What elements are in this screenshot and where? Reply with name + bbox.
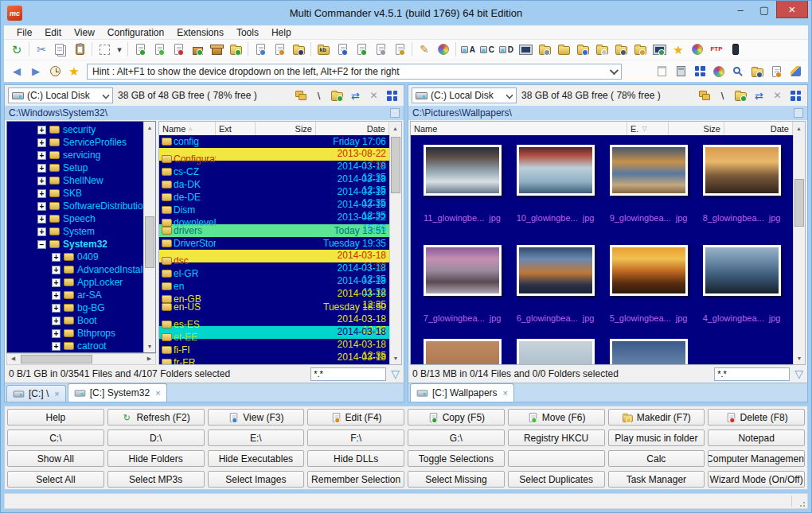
parent-folder-icon[interactable] <box>329 87 345 103</box>
left-filter-input[interactable] <box>310 367 386 381</box>
menu-view[interactable]: View <box>68 25 101 39</box>
column-size[interactable]: Size <box>669 122 724 135</box>
thumbnail-image[interactable] <box>424 145 502 196</box>
tree-expander-icon[interactable]: + <box>37 138 46 147</box>
folder-tree-icon[interactable] <box>696 87 712 103</box>
filter-funnel-icon[interactable]: ▽ <box>794 368 803 379</box>
copy-icon[interactable] <box>51 41 70 58</box>
grid-button-c[interactable]: C:\ <box>7 429 104 446</box>
tree-expander-icon[interactable]: + <box>37 164 46 173</box>
thumbnail-image[interactable] <box>610 145 688 196</box>
pack-icon[interactable] <box>188 41 207 58</box>
tree-expander-icon[interactable]: + <box>37 126 46 134</box>
grid-button-show-all[interactable]: Show All <box>7 450 104 467</box>
tree-expander-icon[interactable]: + <box>52 253 61 262</box>
thumbnail-image[interactable] <box>517 245 595 296</box>
grid-button-calc[interactable]: Calc <box>608 450 705 467</box>
file-row-en-us[interactable]: en-USTuesday 18:50 <box>159 301 389 313</box>
thumbnail-image[interactable] <box>703 245 781 296</box>
selection-rect-icon[interactable] <box>95 41 114 58</box>
file-row-config[interactable]: configFriday 17:06 <box>159 135 389 148</box>
scroll-down-icon[interactable]: ▼ <box>144 340 155 352</box>
thumbnail-image[interactable] <box>424 245 502 296</box>
menu-configuration[interactable]: Configuration <box>101 25 170 39</box>
tab-c[interactable]: [C:] \× <box>6 385 66 402</box>
grid-button-help[interactable]: Help <box>7 409 104 426</box>
scroll-right-icon[interactable]: ▶ <box>143 354 155 365</box>
grid-button-computer-management[interactable]: Computer Management <box>708 450 805 467</box>
scroll-down-icon[interactable]: ▼ <box>794 352 805 364</box>
games-icon[interactable] <box>688 41 707 58</box>
scroll-down-icon[interactable]: ▼ <box>390 352 401 364</box>
thumbnail-image-partial[interactable] <box>424 339 502 364</box>
right-path-bar[interactable]: C:\Pictures\Wallpapers\ <box>408 106 807 120</box>
find-folder-icon[interactable] <box>289 41 308 58</box>
folder-up-icon[interactable] <box>630 41 650 58</box>
search-windows-icon[interactable] <box>728 63 748 80</box>
tree-item-boot[interactable]: +Boot <box>7 314 143 327</box>
grid-button-hide-dlls[interactable]: Hide DLLs <box>307 450 404 467</box>
disconnect-icon[interactable]: ✕ <box>365 87 382 103</box>
grid-button-hide-folders[interactable]: Hide Folders <box>107 450 205 467</box>
tree-item-skb[interactable]: +SKB <box>7 187 143 200</box>
column-size[interactable]: Size <box>256 122 316 135</box>
tree-item-bg-bg[interactable]: +bg-BG <box>7 301 143 314</box>
copy-file-icon[interactable] <box>150 41 169 58</box>
grid-button-select-all[interactable]: Select All <box>7 471 104 488</box>
scroll-up-icon[interactable]: ▲ <box>793 122 805 135</box>
resize-grip[interactable] <box>791 496 806 507</box>
tree-item-system32[interactable]: −System32 <box>7 238 143 251</box>
ftp-icon[interactable]: FTP <box>707 41 726 58</box>
history-icon[interactable] <box>45 63 64 80</box>
parent-folder-icon[interactable] <box>732 87 749 103</box>
tab-close-icon[interactable]: × <box>503 388 508 398</box>
file-row-configuration[interactable]: Configuration2013-08-22 17:36 <box>159 148 389 161</box>
scroll-up-icon[interactable]: ▲ <box>144 122 155 134</box>
grid-button-remember-selection[interactable]: Remember Selection <box>307 471 404 488</box>
grid-button-notepad[interactable]: Notepad <box>708 429 805 446</box>
grid-button-task-manager[interactable]: Task Manager <box>608 471 705 488</box>
right-filter-input[interactable] <box>714 367 790 381</box>
tree-expander-icon[interactable]: + <box>37 189 46 198</box>
scroll-up-icon[interactable]: ▲ <box>389 122 401 135</box>
tree-item-softwaredistribution[interactable]: +SoftwareDistribution <box>7 200 143 212</box>
list-vertical-scrollbar[interactable]: ▼ <box>389 135 401 364</box>
thumbnail-item-4-glowingbea[interactable]: 4_glowingbea...jpg <box>695 245 788 339</box>
tab-c-system32[interactable]: [C:] System32× <box>68 383 167 402</box>
new-file-icon[interactable] <box>131 41 150 58</box>
tree-item-0409[interactable]: +0409 <box>7 251 143 263</box>
favorites-star-icon[interactable]: ★ <box>669 41 688 58</box>
tree-item-serviceprofiles[interactable]: +ServiceProfiles <box>7 136 143 149</box>
grid-button-wizard-mode-on-off[interactable]: Wizard Mode (On/Off) <box>708 471 805 488</box>
selection-dropdown-icon[interactable]: ▾ <box>114 41 125 58</box>
grid-button-empty[interactable] <box>508 450 605 467</box>
column-date[interactable]: Date <box>316 122 389 135</box>
grid-button-view-f3[interactable]: View (F3) <box>208 409 305 426</box>
notepad-icon[interactable] <box>652 63 671 80</box>
tree-expander-icon[interactable]: + <box>37 227 46 236</box>
scroll-left-icon[interactable]: ◀ <box>7 354 19 365</box>
path-menu-button[interactable] <box>390 108 400 118</box>
folder-open-icon[interactable] <box>748 63 767 80</box>
favorites-icon[interactable]: ★ <box>64 63 84 80</box>
disconnect-icon[interactable]: ✕ <box>769 87 786 103</box>
thumbnail-image[interactable] <box>610 245 688 296</box>
thumbnail-image[interactable] <box>703 145 781 196</box>
menu-tools[interactable]: Tools <box>230 25 265 39</box>
doc-date-icon[interactable] <box>390 41 409 58</box>
grid-button-move-f6[interactable]: Move (F6) <box>508 409 605 426</box>
drive-c-icon[interactable]: C <box>478 41 497 58</box>
cleanup-icon[interactable] <box>786 63 805 80</box>
file-row-drivers[interactable]: driversToday 13:51 <box>159 224 389 237</box>
file-row-dsc[interactable]: dsc2014-03-18 11:32 <box>159 250 389 262</box>
folder-docs-icon[interactable] <box>535 41 554 58</box>
grid-view-icon[interactable] <box>690 63 709 80</box>
drive-a-icon[interactable]: A <box>459 41 478 58</box>
menu-edit[interactable]: Edit <box>38 25 68 39</box>
calculator-icon[interactable] <box>671 63 690 80</box>
menu-help[interactable]: Help <box>265 25 298 39</box>
refresh-panel-icon[interactable]: ⇄ <box>751 87 767 103</box>
maximize-button[interactable]: ▢ <box>752 1 776 18</box>
grid-button-delete-f8[interactable]: Delete (F8) <box>708 409 805 426</box>
path-menu-button[interactable] <box>794 108 803 118</box>
